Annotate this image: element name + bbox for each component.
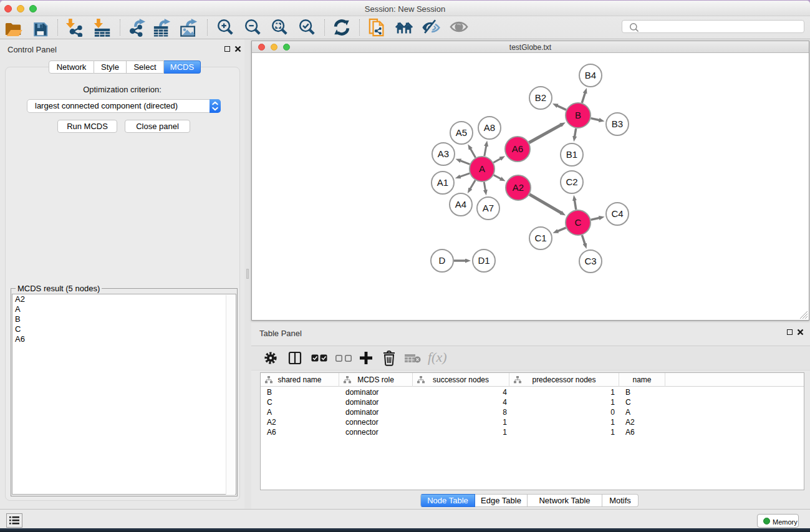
svg-text:C4: C4: [611, 208, 623, 219]
svg-text:A6: A6: [512, 143, 523, 154]
svg-text:B4: B4: [585, 70, 596, 80]
svg-text:A7: A7: [483, 203, 494, 213]
svg-text:B: B: [575, 110, 581, 120]
svg-text:D: D: [439, 255, 446, 266]
svg-text:A8: A8: [484, 122, 495, 133]
svg-text:A: A: [479, 163, 485, 174]
svg-text:D1: D1: [478, 255, 489, 266]
svg-text:A3: A3: [438, 148, 449, 159]
svg-text:A1: A1: [437, 177, 448, 188]
svg-text:C1: C1: [534, 233, 546, 243]
svg-text:A5: A5: [456, 127, 467, 138]
svg-text:A4: A4: [455, 199, 466, 210]
svg-text:B3: B3: [612, 118, 623, 129]
svg-text:C: C: [575, 217, 582, 228]
svg-text:C2: C2: [566, 177, 577, 187]
svg-text:B1: B1: [566, 149, 577, 160]
svg-text:C3: C3: [584, 256, 596, 266]
svg-text:B2: B2: [535, 92, 546, 103]
svg-text:A2: A2: [513, 182, 524, 193]
